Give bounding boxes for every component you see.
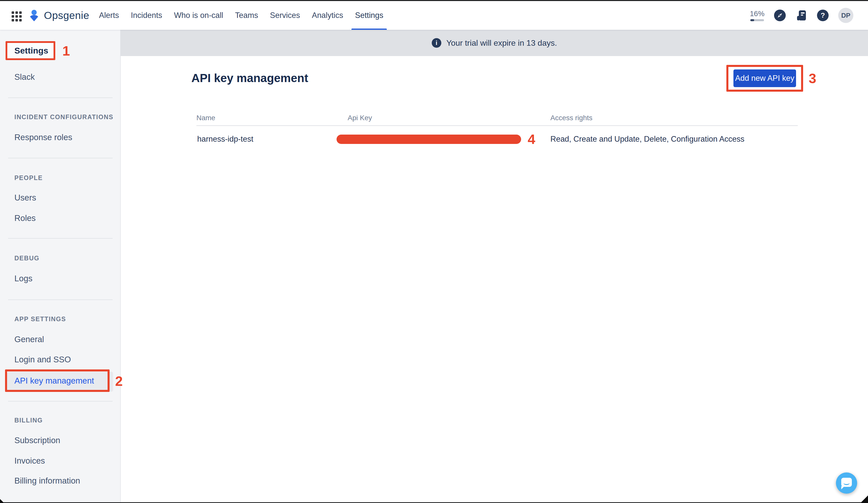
sidebar-section-debug: DEBUG	[14, 255, 39, 262]
opsgenie-mark-icon	[28, 9, 40, 22]
sidebar-item-slack[interactable]: Slack	[14, 72, 35, 82]
sidebar-section-app-settings: APP SETTINGS	[14, 315, 66, 323]
annotation-number-3: 3	[809, 70, 816, 86]
help-icon[interactable]: ?	[817, 10, 829, 21]
whats-new-compass-icon[interactable]	[774, 10, 786, 21]
annotation-number-1: 1	[62, 43, 70, 59]
sidebar-item-roles[interactable]: Roles	[14, 213, 35, 223]
annotation-box-1: Settings	[6, 41, 55, 60]
nav-item-analytics[interactable]: Analytics	[312, 1, 343, 30]
chat-smile-icon	[844, 481, 849, 485]
sidebar-item-billing-information[interactable]: Billing information	[14, 476, 80, 485]
sidebar-item-logs[interactable]: Logs	[14, 274, 33, 283]
sidebar-section-incident-configurations: INCIDENT CONFIGURATIONS	[14, 113, 113, 121]
topnav-right-cluster: 16% ? DP	[750, 1, 853, 30]
trial-progress-fill	[750, 19, 754, 21]
trial-progress-track	[750, 19, 764, 21]
column-header-api-key: Api Key	[348, 114, 372, 122]
sidebar-section-billing: BILLING	[14, 417, 43, 424]
sidebar-item-login-and-sso[interactable]: Login and SSO	[14, 355, 71, 365]
annotation-number-4: 4	[528, 131, 535, 147]
opsgenie-logo[interactable]: Opsgenie	[28, 1, 89, 30]
table-header-divider	[196, 125, 798, 126]
api-key-name-cell: harness-idp-test	[197, 135, 253, 144]
nav-item-who-is-on-call[interactable]: Who is on-call	[174, 1, 223, 30]
chat-launcher-button[interactable]	[836, 472, 857, 494]
trial-progress-indicator[interactable]: 16%	[750, 10, 764, 21]
sidebar-item-settings[interactable]: Settings	[14, 46, 48, 55]
api-key-redacted-bar	[337, 135, 521, 144]
nav-item-services[interactable]: Services	[270, 1, 300, 30]
nav-item-incidents[interactable]: Incidents	[131, 1, 162, 30]
settings-sidebar	[0, 30, 121, 503]
sidebar-item-api-key-management[interactable]: API key management	[14, 376, 94, 386]
page-title: API key management	[192, 71, 308, 85]
sidebar-divider	[8, 97, 113, 98]
chat-bubble-icon	[841, 478, 852, 487]
nav-item-alerts[interactable]: Alerts	[99, 1, 119, 30]
trial-percent-label: 16%	[750, 10, 764, 18]
changelog-icon[interactable]	[795, 9, 807, 22]
user-avatar[interactable]: DP	[838, 8, 853, 23]
sidebar-divider	[8, 401, 113, 401]
column-header-name: Name	[196, 114, 215, 122]
product-name: Opsgenie	[44, 10, 89, 21]
sidebar-divider	[8, 158, 113, 158]
sidebar-item-users[interactable]: Users	[14, 193, 36, 203]
window-corner-bottom-left	[0, 499, 4, 503]
sidebar-item-response-roles[interactable]: Response roles	[14, 133, 72, 142]
active-tab-underline	[351, 29, 387, 30]
column-header-access-rights: Access rights	[550, 114, 592, 122]
add-new-api-key-button[interactable]: Add new API key	[733, 70, 796, 87]
app-switcher-icon[interactable]	[12, 11, 22, 21]
annotation-number-2: 2	[115, 373, 123, 389]
sidebar-item-invoices[interactable]: Invoices	[14, 456, 45, 466]
primary-nav: Alerts Incidents Who is on-call Teams Se…	[99, 1, 383, 30]
trial-expiry-text: Your trial will expire in 13 days.	[446, 38, 557, 48]
access-rights-cell: Read, Create and Update, Delete, Configu…	[550, 135, 745, 144]
trial-expiry-banner: i Your trial will expire in 13 days.	[121, 30, 868, 56]
info-icon: i	[432, 38, 441, 48]
nav-item-settings[interactable]: Settings	[355, 1, 383, 30]
sidebar-divider	[8, 299, 113, 300]
window-corner-bottom-right	[860, 495, 868, 503]
sidebar-item-general[interactable]: General	[14, 335, 44, 344]
nav-item-teams[interactable]: Teams	[235, 1, 258, 30]
sidebar-divider	[8, 238, 113, 239]
chat-bubble-tail	[841, 486, 844, 489]
annotation-box-3: Add new API key	[726, 65, 803, 92]
sidebar-item-subscription[interactable]: Subscription	[14, 435, 60, 445]
sidebar-section-people: PEOPLE	[14, 174, 43, 182]
top-nav-bar: Opsgenie Alerts Incidents Who is on-call…	[0, 1, 868, 30]
